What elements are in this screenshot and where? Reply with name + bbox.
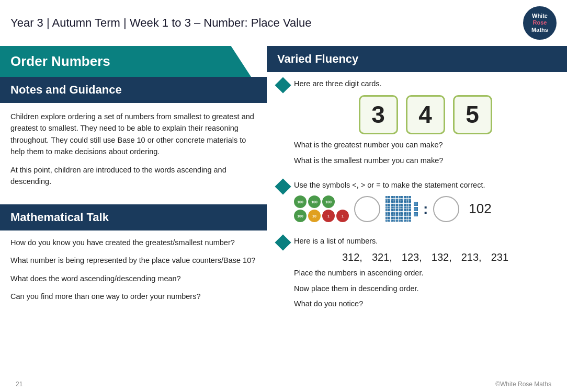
- fluency-item-3-q1: Place the numbers in ascending order.: [294, 268, 557, 279]
- notes-guidance-title: Notes and Guidance: [10, 83, 256, 97]
- base10-visual: // render 100 cells inline: [385, 196, 418, 222]
- fluency-item-2-text: Use the symbols <, > or = to make the st…: [294, 180, 557, 191]
- fluency-item-3-text: Here is a list of numbers.: [294, 236, 557, 247]
- digit-cards-row: 3 4 5: [294, 95, 557, 134]
- counter-100-3: 100: [322, 195, 335, 208]
- logo-line3: Maths: [531, 27, 548, 33]
- notes-guidance-banner: Notes and Guidance: [0, 77, 267, 103]
- num-123: 123,: [402, 251, 422, 263]
- counter-group-left: 100 100 100 100 10 1 1: [294, 195, 349, 222]
- counter-100-1: 100: [294, 195, 307, 208]
- fluency-item-1-q2: What is the smallest number you can make…: [294, 155, 557, 167]
- num-321: 321,: [372, 251, 392, 263]
- left-panel: Order Numbers Notes and Guidance Childre…: [0, 46, 267, 392]
- math-talk-q1: How do you know you have created the gre…: [10, 237, 256, 248]
- number-list: 312, 321, 123, 132, 213, 231: [294, 251, 557, 263]
- page-header: Year 3 | Autumn Term | Week 1 to 3 – Num…: [0, 0, 567, 46]
- number-display: 102: [469, 201, 491, 217]
- fluency-item-1: Here are three digit cards. 3 4 5 What i…: [277, 78, 557, 170]
- circle-empty-right: [433, 196, 459, 222]
- hundred-block: // render 100 cells inline: [385, 196, 412, 222]
- teal-diamond-icon-1: [275, 77, 291, 93]
- math-talk-title: Mathematical Talk: [10, 211, 256, 224]
- order-numbers-title: Order Numbers: [10, 53, 241, 70]
- circle-empty: [354, 196, 380, 222]
- notes-paragraph-2: At this point, children are introduced t…: [10, 164, 256, 188]
- fluency-item-1-text: Here are three digit cards.: [294, 78, 557, 90]
- page-footer: 21 ©White Rose Maths: [0, 381, 567, 388]
- math-talk-q3: What does the word ascending/descending …: [10, 273, 256, 284]
- counter-1-2: 1: [336, 210, 349, 222]
- fluency-item-3-q3: What do you notice?: [294, 298, 557, 310]
- right-panel: Varied Fluency Here are three digit card…: [267, 46, 567, 392]
- teal-diamond-icon-2: [275, 179, 291, 195]
- counter-10-1: 10: [308, 210, 321, 222]
- fluency-item-1-content: Here are three digit cards. 3 4 5 What i…: [294, 78, 557, 170]
- white-rose-maths-logo: White Rose Maths: [523, 6, 557, 40]
- counter-100-4: 100: [294, 210, 307, 222]
- varied-fluency-banner: Varied Fluency: [267, 46, 567, 72]
- copyright-text: ©White Rose Maths: [495, 381, 551, 388]
- math-talk-questions: How do you know you have created the gre…: [0, 230, 267, 315]
- fluency-item-3-content: Here is a list of numbers. 312, 321, 123…: [294, 236, 557, 314]
- order-numbers-banner: Order Numbers: [0, 46, 251, 77]
- teal-diamond-icon-3: [275, 234, 291, 250]
- math-talk-q2: What number is being represented by the …: [10, 255, 256, 266]
- logo-line1: White: [532, 13, 548, 19]
- num-312: 312,: [342, 251, 362, 263]
- notes-paragraph-1: Children explore ordering a set of numbe…: [10, 111, 256, 158]
- digit-card-5: 5: [453, 95, 492, 134]
- fluency-item-3-q2: Now place them in descending order.: [294, 283, 557, 295]
- fluency-content: Here are three digit cards. 3 4 5 What i…: [267, 72, 567, 330]
- fluency-item-1-q1: What is the greatest number you can make…: [294, 140, 557, 151]
- num-213: 213,: [461, 251, 482, 263]
- page-number: 21: [16, 381, 22, 388]
- page-title: Year 3 | Autumn Term | Week 1 to 3 – Num…: [10, 16, 312, 30]
- fluency-item-2: Use the symbols <, > or = to make the st…: [277, 180, 557, 226]
- colon-divider: :: [423, 201, 428, 217]
- main-content: Order Numbers Notes and Guidance Childre…: [0, 46, 567, 392]
- fluency-item-2-content: Use the symbols <, > or = to make the st…: [294, 180, 557, 226]
- counter-1-1: 1: [322, 210, 335, 222]
- math-talk-banner: Mathematical Talk: [0, 204, 267, 230]
- units-strip: [414, 202, 418, 216]
- varied-fluency-title: Varied Fluency: [277, 52, 557, 66]
- num-231: 231: [491, 251, 508, 263]
- digit-card-3: 3: [359, 95, 398, 134]
- logo-line2: Rose: [533, 19, 547, 26]
- counter-100-2: 100: [308, 195, 321, 208]
- counters-row: 100 100 100 100 10 1 1: [294, 195, 557, 222]
- notes-text-block: Children explore ordering a set of numbe…: [0, 103, 267, 202]
- num-132: 132,: [432, 251, 452, 263]
- digit-card-4: 4: [406, 95, 445, 134]
- math-talk-q4: Can you find more than one way to order …: [10, 291, 256, 302]
- fluency-item-3: Here is a list of numbers. 312, 321, 123…: [277, 236, 557, 314]
